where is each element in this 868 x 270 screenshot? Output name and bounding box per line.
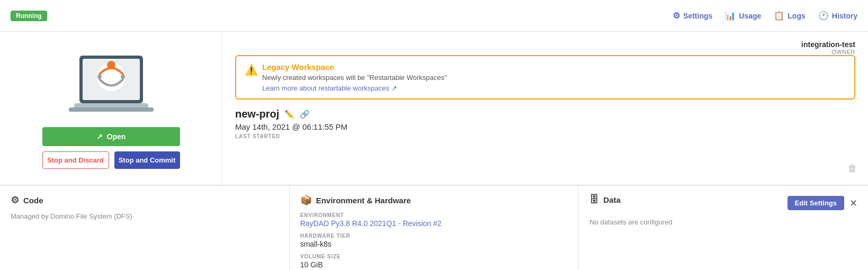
stop-discard-button[interactable]: Stop and Discard [42,151,109,169]
legacy-title: Legacy Workspace [262,62,447,71]
data-panel-header: 🗄 Data Edit Settings ✕ [589,194,857,212]
open-icon: ↗ [96,132,103,141]
nav-history-label: History [832,12,857,20]
volume-label: VOLUME SIZE [300,254,568,259]
data-panel-actions: Edit Settings ✕ [788,196,857,210]
nav-usage-label: Usage [739,12,761,20]
status-badge: Running [11,11,47,21]
workspace-image [58,42,164,122]
laptop-svg [64,45,159,119]
close-data-panel-button[interactable]: ✕ [849,197,857,209]
env-panel-label: Environment & Hardware [316,196,411,205]
legacy-desc: Newly created workspaces will be "Restar… [262,74,447,82]
volume-value: 10 GiB [300,260,568,269]
legacy-banner: ⚠️ Legacy Workspace Newly created worksp… [235,55,855,100]
open-button-label: Open [107,132,126,141]
header-top-right: integration-test OWNER [235,40,855,55]
stop-commit-button[interactable]: Stop and Commit [114,151,180,169]
owner-block: integration-test OWNER [801,40,855,55]
top-nav: ⚙ Settings 📊 Usage 📋 Logs 🕐 History [673,11,857,21]
history-icon: 🕐 [818,11,829,21]
legacy-content: Legacy Workspace Newly created workspace… [262,62,447,92]
delete-icon[interactable]: 🗑 [848,163,857,174]
top-bar: Running ⚙ Settings 📊 Usage 📋 Logs 🕐 Hist… [0,0,868,32]
env-label: ENVIRONMENT [300,212,568,218]
warning-icon: ⚠️ [245,64,258,76]
open-button[interactable]: ↗ Open [42,127,180,146]
nav-logs[interactable]: 📋 Logs [774,11,805,21]
action-buttons: Stop and Discard Stop and Commit [42,151,180,169]
edit-settings-button[interactable]: Edit Settings [788,196,844,210]
owner-label: OWNER [801,49,855,55]
legacy-link[interactable]: Learn more about restartable workspaces … [262,84,397,92]
svg-point-6 [97,75,102,79]
code-panel-title: ⚙ Code [11,194,279,206]
workspace-top-section: ↗ Open Stop and Discard Stop and Commit … [0,32,868,185]
workspace-name-row: new-proj ✏️ 🔗 [235,108,855,120]
nav-settings-label: Settings [683,12,712,20]
last-started-time: May 14th, 2021 @ 06:11:55 PM [235,122,855,131]
env-icon: 📦 [300,194,312,206]
env-value-link[interactable]: RayDAD Py3.8 R4.0 2021Q1 - Revision #2 [300,219,568,228]
bottom-panels: ⚙ Code Managed by Domino File System (DF… [0,185,868,270]
code-panel-label: Code [23,196,43,205]
data-panel-label: Data [603,195,621,204]
data-panel-title: 🗄 Data [589,194,621,205]
logs-icon: 📋 [774,11,784,21]
workspace-name: new-proj [235,108,279,120]
nav-history[interactable]: 🕐 History [818,11,857,21]
code-panel: ⚙ Code Managed by Domino File System (DF… [0,186,290,270]
data-panel: 🗄 Data Edit Settings ✕ No datasets are c… [579,186,868,270]
env-panel-title: 📦 Environment & Hardware [300,194,568,206]
top-bar-left: Running [11,11,47,21]
svg-rect-1 [69,107,154,112]
workspace-right: integration-test OWNER ⚠️ Legacy Workspa… [222,32,868,185]
data-panel-desc: No datasets are configured [589,218,857,226]
owner-name: integration-test [801,40,855,49]
svg-point-7 [121,75,125,79]
nav-settings[interactable]: ⚙ Settings [673,11,712,21]
link-icon[interactable]: 🔗 [300,110,310,119]
environment-panel: 📦 Environment & Hardware ENVIRONMENT Ray… [290,186,579,270]
hardware-value: small-k8s [300,240,568,248]
nav-usage[interactable]: 📊 Usage [725,11,761,21]
settings-icon: ⚙ [673,11,680,21]
hardware-label: HARDWARE TIER [300,233,568,239]
code-panel-desc: Managed by Domino File System (DFS) [11,212,279,220]
usage-icon: 📊 [725,11,736,21]
code-icon: ⚙ [11,194,19,206]
last-started-label: LAST STARTED [235,133,855,139]
workspace-left: ↗ Open Stop and Discard Stop and Commit [0,32,222,185]
nav-logs-label: Logs [788,12,805,20]
edit-name-icon[interactable]: ✏️ [284,110,294,119]
data-icon: 🗄 [589,194,599,205]
